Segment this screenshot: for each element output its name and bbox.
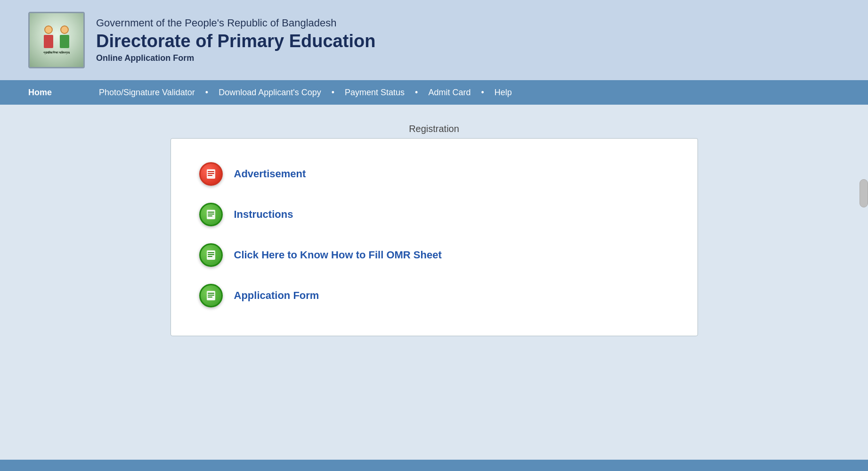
- directorate-title: Directorate of Primary Education: [96, 31, 375, 51]
- svg-rect-14: [208, 295, 214, 296]
- registration-section: Registration Advertisement: [170, 124, 698, 336]
- nav-home[interactable]: Home: [28, 88, 57, 98]
- nav-sep-2: •: [332, 88, 334, 98]
- footer-bar: [0, 460, 868, 471]
- page-header: প্রাথমিক শিক্ষা অধিদপ্তর Government of t…: [0, 0, 868, 80]
- scrollbar[interactable]: [860, 179, 868, 207]
- instructions-icon: [199, 203, 223, 226]
- nav-photo-signature[interactable]: Photo/Signature Validator: [94, 88, 200, 98]
- svg-rect-15: [208, 297, 212, 297]
- section-title: Registration: [170, 124, 698, 134]
- application-form-link[interactable]: Application Form: [234, 289, 319, 302]
- list-item[interactable]: Click Here to Know How to Fill OMR Sheet: [199, 243, 669, 267]
- svg-rect-7: [208, 215, 212, 216]
- svg-rect-5: [208, 212, 214, 213]
- form-subtitle: Online Application Form: [96, 53, 375, 63]
- svg-rect-6: [208, 214, 214, 215]
- svg-rect-13: [208, 293, 214, 294]
- nav-download-copy[interactable]: Download Applicant's Copy: [214, 88, 326, 98]
- list-item[interactable]: Advertisement: [199, 162, 669, 186]
- list-item[interactable]: Application Form: [199, 284, 669, 307]
- svg-rect-10: [208, 254, 214, 255]
- nav-admit-card[interactable]: Admit Card: [423, 88, 475, 98]
- gov-title: Government of the People's Republic of B…: [96, 17, 375, 29]
- omr-link[interactable]: Click Here to Know How to Fill OMR Sheet: [234, 249, 442, 261]
- nav-sep-4: •: [481, 88, 484, 98]
- svg-rect-2: [208, 173, 214, 174]
- nav-help[interactable]: Help: [490, 88, 517, 98]
- list-item[interactable]: Instructions: [199, 203, 669, 226]
- registration-box: Advertisement Instructions: [170, 138, 698, 336]
- svg-rect-1: [208, 171, 214, 172]
- omr-icon: [199, 243, 223, 267]
- navbar: Home Photo/Signature Validator • Downloa…: [0, 80, 868, 105]
- svg-rect-9: [208, 252, 214, 253]
- svg-rect-11: [208, 256, 212, 257]
- nav-payment-status[interactable]: Payment Status: [340, 88, 409, 98]
- application-form-icon: [199, 284, 223, 307]
- instructions-link[interactable]: Instructions: [234, 208, 293, 221]
- org-info: Government of the People's Republic of B…: [96, 17, 375, 63]
- advertisement-link[interactable]: Advertisement: [234, 168, 306, 180]
- logo: প্রাথমিক শিক্ষা অধিদপ্তর: [28, 12, 85, 68]
- nav-sep-1: •: [205, 88, 208, 98]
- svg-rect-3: [208, 175, 212, 176]
- main-content: Registration Advertisement: [0, 105, 868, 388]
- advertisement-icon: [199, 162, 223, 186]
- nav-sep-3: •: [415, 88, 418, 98]
